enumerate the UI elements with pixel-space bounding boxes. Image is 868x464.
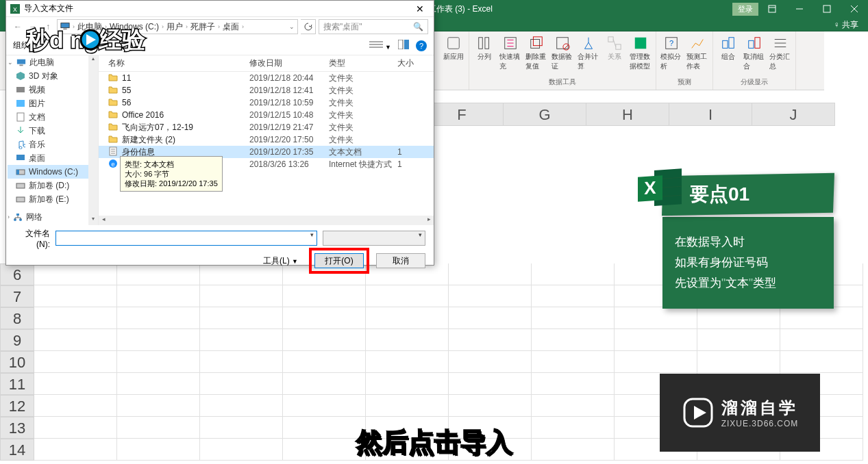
share-button[interactable]: ♀ 共享 (824, 18, 868, 32)
minimize-icon[interactable] (786, 0, 813, 18)
row-8[interactable]: 8 (0, 307, 34, 329)
file-name: Office 2016 (122, 110, 164, 120)
col-H[interactable]: H (586, 103, 669, 126)
file-row[interactable]: 飞向远方07，12-192019/12/19 21:47文件夹 (99, 121, 434, 133)
tip-line2: 如果有身份证号码 (675, 253, 821, 273)
svg-rect-18 (635, 38, 647, 49)
organize-button[interactable]: 组织 ▼ (13, 40, 39, 51)
close-icon[interactable] (841, 0, 868, 18)
tip-line1: 在数据导入时 (675, 232, 821, 253)
row-13[interactable]: 13 (0, 417, 34, 439)
view-mode-icon[interactable]: ▼ (369, 40, 391, 51)
subtotal-button[interactable]: 分类汇总 (769, 36, 791, 71)
col-G[interactable]: G (504, 103, 586, 126)
col-J[interactable]: J (752, 103, 835, 126)
nav-pictures[interactable]: 图片 (8, 96, 97, 110)
row-10[interactable]: 10 (0, 351, 34, 373)
dialog-titlebar[interactable]: X 导入文本文件 ✕ (6, 1, 434, 17)
header-type[interactable]: 类型 (329, 57, 397, 69)
ribbon-display-icon[interactable] (758, 0, 786, 18)
nav-drive-d[interactable]: 新加卷 (D:) (8, 179, 97, 192)
remove-duplicates-button[interactable]: 删除重复值 (525, 36, 547, 71)
header-name[interactable]: 名称 (99, 57, 249, 69)
cancel-button[interactable]: 取消 (376, 253, 425, 268)
filename-label: 文件名(N): (14, 228, 50, 249)
file-size: 1 (397, 159, 434, 169)
open-button[interactable]: 打开(O) (314, 253, 364, 268)
row-7[interactable]: 7 (0, 285, 34, 307)
nav-desktop[interactable]: 桌面 (8, 151, 97, 165)
tools-button[interactable]: 工具(L) ▼ (263, 255, 298, 267)
pc-icon (60, 22, 70, 32)
help-icon[interactable]: ? (416, 40, 427, 51)
row-9[interactable]: 9 (0, 329, 34, 351)
svg-marker-39 (16, 72, 25, 80)
ungroup-button[interactable]: 取消组合 (743, 36, 765, 71)
login-button[interactable]: 登录 (732, 3, 758, 16)
svg-line-17 (613, 40, 616, 47)
file-row[interactable]: 562019/12/18 10:59文件夹 (99, 96, 434, 109)
file-row[interactable]: 新建文件夹 (2)2019/12/20 17:50文件夹 (99, 133, 434, 146)
nav-videos[interactable]: 视频 (8, 83, 97, 96)
svg-rect-47 (16, 197, 25, 202)
txt-icon (108, 146, 118, 158)
url-icon: e (108, 159, 118, 170)
svg-rect-35 (398, 40, 403, 49)
nav-windows-c[interactable]: Windows (C:) (8, 165, 97, 179)
preview-pane-icon[interactable] (398, 40, 409, 51)
flash-fill-button[interactable]: 快速填充 (499, 36, 521, 71)
row-12[interactable]: 12 (0, 395, 34, 417)
text-to-columns-button[interactable]: 分列 (473, 36, 495, 62)
nav-3dobjects[interactable]: 3D 对象 (8, 69, 97, 83)
group-button[interactable]: 组合 (717, 36, 739, 62)
navigation-pane[interactable]: ⌄此电脑 3D 对象 视频 图片 文档 下载 音乐 桌面 Windows (C:… (6, 55, 99, 225)
open-highlight-box: 打开(O) (309, 248, 369, 274)
nav-network[interactable]: ›网络 (8, 210, 97, 224)
file-row[interactable]: 552019/12/18 12:41文件夹 (99, 84, 434, 96)
nav-downloads[interactable]: 下载 (8, 124, 97, 138)
back-button[interactable]: ← (12, 22, 24, 31)
file-type-filter[interactable] (323, 231, 425, 246)
col-I[interactable]: I (669, 103, 752, 126)
refresh-icon[interactable] (301, 19, 316, 34)
data-validation-button[interactable]: 数据验证 (551, 36, 573, 71)
forecast-sheet-button[interactable]: 预测工作表 (686, 36, 708, 71)
svg-text:?: ? (669, 39, 673, 47)
file-date: 2018/3/26 13:26 (249, 159, 329, 169)
file-date: 2019/12/18 10:59 (249, 98, 329, 107)
nav-scrollbar[interactable]: ▴▾ (88, 55, 98, 225)
svg-rect-3 (823, 5, 830, 12)
search-input[interactable]: 搜索"桌面" 🔍 (319, 19, 428, 34)
file-date: 2019/12/18 20:44 (249, 73, 329, 83)
nav-documents[interactable]: 文档 (8, 110, 97, 124)
file-list[interactable]: 名称 修改日期 类型 大小 112019/12/18 20:44文件夹55201… (99, 55, 434, 225)
manage-data-model-button[interactable]: 管理数据模型 (630, 36, 652, 71)
new-app-icon[interactable]: 新应用 (443, 36, 464, 62)
header-date[interactable]: 修改日期 (249, 57, 329, 69)
svg-rect-6 (448, 38, 460, 49)
nav-this-pc[interactable]: ⌄此电脑 (8, 55, 97, 69)
nav-music[interactable]: 音乐 (8, 138, 97, 151)
file-date: 2019/12/19 21:47 (249, 123, 329, 132)
header-size[interactable]: 大小 (397, 57, 434, 69)
svg-rect-15 (608, 37, 613, 42)
file-row[interactable]: Office 20162019/12/15 10:48文件夹 (99, 109, 434, 121)
nav-drive-e[interactable]: 新加卷 (E:) (8, 192, 97, 206)
file-row[interactable]: 112019/12/18 20:44文件夹 (99, 72, 434, 84)
dialog-close-icon[interactable]: ✕ (406, 3, 434, 14)
svg-rect-45 (16, 170, 19, 175)
maximize-icon[interactable] (813, 0, 841, 18)
breadcrumb[interactable]: ›此电脑 ›Windows (C:) ›用户 ›死胖子 ›桌面 › ⌄ (57, 19, 298, 34)
what-if-button[interactable]: ?模拟分析 (660, 36, 682, 71)
row-14[interactable]: 14 (0, 439, 34, 461)
watermark-url: ZIXUE.3D66.COM (721, 419, 799, 428)
svg-rect-22 (729, 38, 734, 49)
row-11[interactable]: 11 (0, 373, 34, 395)
relationships-button[interactable]: 关系 (604, 36, 625, 62)
file-list-scrollbar[interactable]: ◂▸ (99, 216, 434, 225)
file-name: 56 (122, 98, 131, 107)
consolidate-button[interactable]: 合并计算 (578, 36, 599, 71)
play-icon (682, 396, 715, 429)
filename-input[interactable] (55, 231, 317, 246)
up-button[interactable]: ↑ (42, 22, 54, 31)
